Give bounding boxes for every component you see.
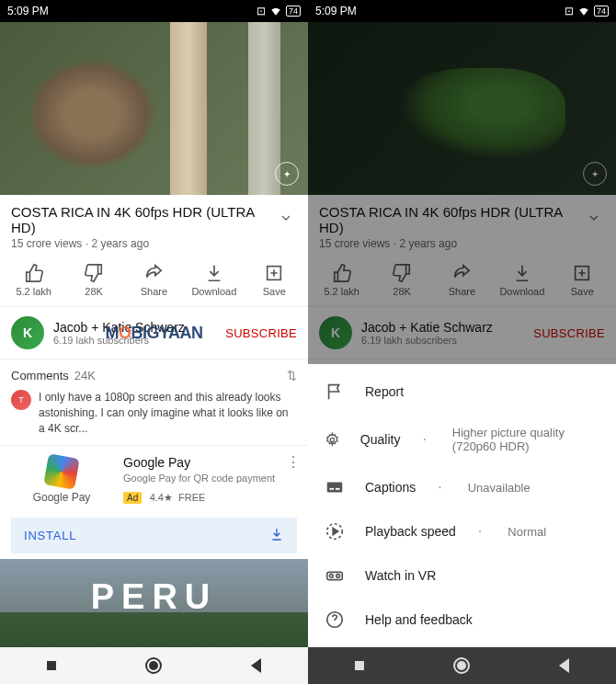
ad-logo: Google Pay — [11, 455, 112, 504]
status-time: 5:09 PM — [315, 5, 357, 17]
save-button[interactable]: Save — [556, 263, 608, 297]
dislike-button[interactable]: 28K — [68, 263, 120, 297]
channel-badge-icon: ✦ — [275, 162, 299, 186]
share-icon — [143, 263, 164, 283]
channel-row[interactable]: K Jacob + Katie Schwarz 6.19 lakh subscr… — [0, 307, 308, 359]
video-title: COSTA RICA IN 4K 60fps HDR (ULTRA HD) — [11, 204, 275, 235]
svg-rect-1 — [47, 661, 56, 670]
svg-point-11 — [330, 575, 334, 578]
battery-icon: 74 — [594, 6, 609, 17]
share-button[interactable]: Share — [436, 263, 487, 297]
recents-button[interactable] — [40, 655, 63, 677]
video-title-row[interactable]: COSTA RICA IN 4K 60fps HDR (ULTRA HD) — [308, 195, 616, 237]
ad-card[interactable]: Google Pay Google Pay Google Pay for QR … — [0, 446, 308, 513]
sheet-report[interactable]: Report — [308, 370, 616, 414]
chevron-down-icon[interactable] — [275, 211, 297, 229]
subscribe-button[interactable]: SUBSCRIBE — [225, 326, 297, 340]
rotate-lock-icon: ⊡ — [257, 5, 266, 17]
nav-bar — [0, 647, 308, 684]
dislike-button[interactable]: 28K — [376, 263, 428, 297]
ad-more-icon[interactable]: ⋮ — [286, 453, 301, 471]
subscribe-button[interactable]: SUBSCRIBE — [533, 326, 605, 340]
sheet-quality[interactable]: Quality · Higher picture quality (720p60… — [308, 414, 616, 465]
nav-bar — [308, 647, 616, 684]
channel-name: Jacob + Katie Schwarz — [361, 320, 533, 335]
screen-right: 5:09 PM ⊡ 74 ✦ COSTA RICA IN 4K 60fps HD… — [308, 0, 616, 684]
download-icon — [204, 263, 224, 283]
wifi-icon — [269, 5, 282, 17]
video-player[interactable]: ✦ — [308, 22, 616, 195]
speed-value: Normal — [508, 525, 546, 539]
video-player[interactable]: ✦ — [0, 22, 308, 195]
status-bar: 5:09 PM ⊡ 74 — [308, 0, 616, 22]
settings-sheet: Report Quality · Higher picture quality … — [308, 364, 616, 647]
quality-value: Higher picture quality (720p60 HDR) — [452, 426, 599, 453]
sheet-captions[interactable]: Captions · Unavailable — [308, 465, 616, 509]
comment-text: I only have a 1080p screen and this alre… — [39, 390, 297, 436]
home-button[interactable] — [451, 655, 473, 677]
download-button[interactable]: Download — [188, 263, 240, 297]
share-button[interactable]: Share — [128, 263, 179, 297]
video-meta: 15 crore views · 2 years ago — [308, 237, 616, 257]
status-time: 5:09 PM — [7, 5, 49, 17]
save-icon — [264, 263, 284, 283]
comments-count: 24K — [74, 369, 96, 382]
channel-badge-icon: ✦ — [583, 162, 607, 186]
like-button[interactable]: 5.2 lakh — [316, 263, 368, 297]
ad-title: Google Pay — [123, 455, 297, 470]
channel-subscribers: 6.19 lakh subscribers — [361, 335, 533, 346]
gear-icon — [325, 432, 340, 448]
save-button[interactable]: Save — [248, 263, 300, 297]
thumbs-up-icon — [332, 263, 352, 283]
action-bar: 5.2 lakh 28K Share Download Save — [308, 257, 616, 307]
thumbs-up-icon — [24, 263, 44, 283]
screen-left: 5:09 PM ⊡ 74 ✦ COSTA RICA IN 4K 60fps HD… — [0, 0, 308, 684]
svg-rect-8 — [336, 488, 340, 490]
flag-icon — [325, 382, 345, 402]
ad-description: Google Pay for QR code payment — [123, 472, 297, 484]
rotate-lock-icon: ⊡ — [565, 5, 574, 17]
ad-rating: 4.4★ FREE — [150, 492, 206, 503]
svg-rect-14 — [355, 661, 364, 670]
sort-icon[interactable]: ⇅ — [287, 369, 297, 382]
top-comment[interactable]: T I only have a 1080p screen and this al… — [0, 386, 308, 446]
action-bar: 5.2 lakh 28K Share Download Save — [0, 257, 308, 307]
svg-rect-7 — [330, 488, 335, 490]
help-icon — [325, 610, 345, 630]
chevron-down-icon[interactable] — [583, 211, 605, 229]
next-video-title: PERU — [91, 576, 218, 616]
back-button[interactable] — [245, 655, 268, 677]
comments-header[interactable]: Comments 24K ⇅ — [0, 359, 308, 386]
wifi-icon — [577, 5, 590, 17]
play-circle-icon — [325, 521, 345, 542]
commenter-avatar: T — [11, 390, 31, 410]
captions-value: Unavailable — [468, 481, 530, 495]
channel-avatar[interactable]: K — [319, 316, 352, 349]
watermark: MOBIGYAAN — [106, 324, 203, 343]
channel-row[interactable]: K Jacob + Katie Schwarz 6.19 lakh subscr… — [308, 307, 616, 359]
download-icon — [512, 263, 532, 283]
svg-point-12 — [337, 575, 340, 578]
channel-avatar[interactable]: K — [11, 316, 44, 349]
download-button[interactable]: Download — [496, 263, 548, 297]
install-button[interactable]: INSTALL — [11, 518, 297, 553]
home-button[interactable] — [143, 655, 165, 677]
like-button[interactable]: 5.2 lakh — [8, 263, 60, 297]
recents-button[interactable] — [348, 655, 371, 677]
sheet-speed[interactable]: Playback speed · Normal — [308, 509, 616, 553]
svg-point-3 — [150, 662, 157, 669]
video-title-row[interactable]: COSTA RICA IN 4K 60fps HDR (ULTRA HD) — [0, 195, 308, 237]
comments-label: Comments — [11, 369, 69, 382]
back-button[interactable] — [553, 655, 576, 677]
video-meta: 15 crore views · 2 years ago — [0, 237, 308, 257]
svg-point-16 — [458, 662, 465, 669]
captions-icon — [325, 477, 345, 497]
sheet-help[interactable]: Help and feedback — [308, 598, 616, 642]
google-pay-icon — [43, 453, 79, 489]
sheet-vr[interactable]: Watch in VR — [308, 553, 616, 598]
install-download-icon — [269, 527, 284, 544]
thumbs-down-icon — [392, 263, 412, 283]
status-bar: 5:09 PM ⊡ 74 — [0, 0, 308, 22]
ad-badge: Ad — [123, 492, 142, 504]
save-icon — [572, 263, 592, 283]
